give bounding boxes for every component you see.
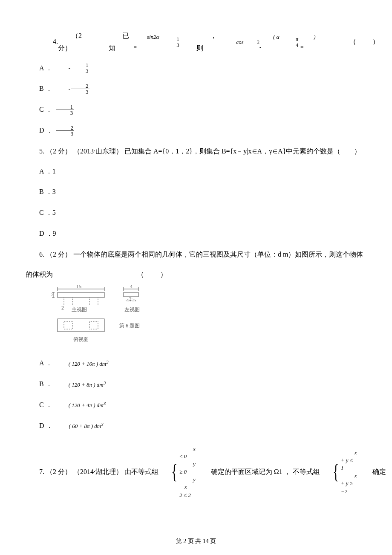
q4-formula2-paren: ( α - (259, 32, 280, 52)
svg-text:左视图: 左视图 (124, 306, 140, 312)
q5-option-c: C ．5 (26, 207, 366, 219)
svg-rect-0 (58, 292, 104, 298)
q5-text: 已知集合 A={0，1，2}，则集合 B={x﹣y|x∈A，y∈A}中元素的个数… (124, 147, 361, 155)
q7-points: （2 分） (46, 468, 72, 475)
q4-options: A ． - 1 3 B ． - 2 3 C ． 1 3 D ． 2 3 (26, 62, 366, 137)
question-5: 5. （2 分） （2013·山东理） 已知集合 A={0，1，2}，则集合 B… (26, 145, 366, 158)
q4-formula2-close: ) = (300, 32, 319, 52)
q7-text-2: 确定的平面区域记为 Ω1 ， 不等式组 (197, 466, 320, 478)
svg-text:主视图: 主视图 (72, 306, 87, 312)
q6-text-1: 一个物体的底座是两个相同的几何体，它的三视图及其尺寸（单位：d m）如图所示，则… (73, 251, 363, 258)
q4-frac-pi-4: π 4 (281, 36, 300, 48)
q6-option-b: B ． ( 120 + 8π ) dm3 (26, 378, 366, 390)
q5-number: 5. (39, 147, 44, 155)
q5-option-b: B ．3 (26, 186, 366, 198)
svg-text:第 6 题图: 第 6 题图 (119, 323, 140, 329)
q4-option-b: B ． - 2 3 (26, 83, 366, 95)
svg-text:2: 2 (61, 305, 64, 311)
q6-option-d: D ． ( 60 + 8π ) dm3 (26, 420, 366, 432)
brace-icon: { (325, 462, 339, 482)
q4-formula1-left: sin2α = (133, 32, 161, 52)
q6-options: A ． ( 120 + 16π ) dm3 B ． ( 120 + 8π ) d… (26, 357, 366, 432)
q6-blank: （ ） (137, 271, 168, 278)
q7-number: 7. (39, 468, 44, 475)
svg-text:4: 4 (130, 285, 133, 289)
q4-formula2-sup: 2 (244, 38, 260, 46)
q4-points: （2 分） (58, 30, 93, 55)
q4-option-d: D ． 2 3 (26, 124, 366, 137)
q6-figure: 15 2 2 主视图 4 2 左视图 (51, 285, 153, 349)
brace-icon: { (163, 462, 177, 482)
q7-source: （2014·湖北理） (73, 468, 123, 475)
q4-blank: （ ） (336, 36, 380, 48)
q5-points: （2 分） (46, 147, 72, 155)
q5-option-d: D ．9 (26, 228, 366, 240)
svg-rect-22 (58, 319, 104, 332)
q5-source: （2013·山东理） (73, 147, 123, 155)
svg-text:俯视图: 俯视图 (73, 336, 89, 342)
q5-options: A ．1 B ．3 C ．5 D ．9 (26, 165, 366, 240)
q6-text-2: 的体积为 (26, 271, 53, 278)
q4-option-c: C ． 1 3 (26, 104, 366, 116)
svg-text:15: 15 (76, 285, 81, 289)
q7-text-3: 确定 (359, 466, 386, 478)
q7-system-2: x + y ≤ 1 x + y ≥ −2 (341, 449, 357, 495)
q4-text-1: 已知 (109, 30, 133, 55)
q5-option-a: A ．1 (26, 165, 366, 178)
question-6-cont: 的体积为 （ ） (26, 269, 366, 281)
q6-number: 6. (39, 251, 44, 258)
q6-option-c: C ． ( 120 + 4π ) dm3 (26, 399, 366, 411)
q6-option-a: A ． ( 120 + 16π ) dm3 (26, 357, 366, 370)
q6-figure-svg: 15 2 2 主视图 4 2 左视图 (51, 285, 153, 349)
q4-formula2-cos: cos (222, 37, 243, 47)
q4-text-2: ， 则 (196, 30, 222, 55)
svg-text:2: 2 (51, 292, 54, 298)
q4-frac-1-3: 1 3 (162, 36, 180, 48)
q7-text-1: 由不等式组 (124, 468, 159, 475)
svg-rect-23 (64, 321, 72, 329)
question-7: 7. （2 分） （2014·湖北理） 由不等式组 { x ≤ 0 y ≥ 0 … (26, 445, 366, 499)
q4-number: 4. (39, 36, 58, 48)
q7-system-1: x ≤ 0 y ≥ 0 y − x − 2 ≤ 2 (179, 445, 196, 499)
page-footer: 第 2 页 共 14 页 (0, 536, 392, 546)
question-4: 4. （2 分） 已知 sin2α = 1 3 ， 则 cos2 ( α - π… (26, 30, 366, 55)
svg-text:2: 2 (129, 296, 132, 302)
q4-option-a: A ． - 1 3 (26, 62, 366, 75)
q6-points: （2 分） (46, 251, 72, 258)
question-6: 6. （2 分） 一个物体的底座是两个相同的几何体，它的三视图及其尺寸（单位：d… (26, 249, 366, 261)
svg-rect-24 (89, 321, 98, 329)
